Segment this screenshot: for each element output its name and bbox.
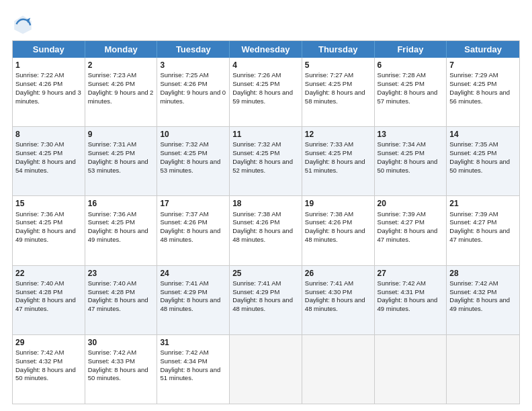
header [12,11,520,35]
day-number: 29 [15,337,82,348]
day-info-line: Daylight: 8 hours and 56 minutes. [449,89,517,106]
day-number: 15 [15,198,82,209]
day-info-line: Sunset: 4:29 PM [232,288,299,297]
day-info-line: Sunset: 4:33 PM [88,357,154,366]
day-number: 2 [88,60,154,71]
day-info-line: Sunset: 4:25 PM [378,80,444,89]
day-info-line: Sunset: 4:26 PM [88,80,154,89]
day-info-line: Sunrise: 7:39 AM [378,210,444,219]
day-number: 30 [88,337,154,348]
day-info-line: Daylight: 9 hours and 0 minutes. [160,89,226,106]
day-number: 27 [378,268,444,279]
svg-marker-0 [14,15,32,34]
day-number: 23 [88,268,154,279]
day-number: 24 [160,268,226,279]
day-info-line: Sunrise: 7:41 AM [305,279,371,288]
calendar-week: 29Sunrise: 7:42 AMSunset: 4:32 PMDayligh… [13,335,519,404]
day-info-line: Sunrise: 7:39 AM [449,210,517,219]
calendar-week: 22Sunrise: 7:40 AMSunset: 4:28 PMDayligh… [13,266,519,335]
calendar: SundayMondayTuesdayWednesdayThursdayFrid… [12,40,520,404]
day-number: 18 [232,198,299,209]
day-number: 10 [160,129,226,140]
day-number: 5 [305,60,371,71]
calendar-cell [375,335,447,404]
day-info-line: Daylight: 8 hours and 47 minutes. [378,227,444,244]
day-info-line: Daylight: 8 hours and 47 minutes. [15,296,82,314]
calendar-cell: 5Sunrise: 7:27 AMSunset: 4:25 PMDaylight… [302,58,375,126]
day-info-line: Sunset: 4:27 PM [449,218,517,227]
calendar-cell: 11Sunrise: 7:32 AMSunset: 4:25 PMDayligh… [230,127,302,195]
day-info-line: Sunrise: 7:27 AM [305,71,371,80]
day-info-line: Sunrise: 7:37 AM [160,210,226,219]
day-info-line: Daylight: 8 hours and 47 minutes. [449,227,517,244]
calendar-cell: 2Sunrise: 7:23 AMSunset: 4:26 PMDaylight… [85,58,158,126]
day-info-line: Sunrise: 7:23 AM [88,71,154,80]
day-info-line: Sunset: 4:25 PM [88,218,154,227]
day-info-line: Sunrise: 7:33 AM [305,140,371,149]
calendar-header-cell: Thursday [302,41,375,58]
calendar-cell: 13Sunrise: 7:34 AMSunset: 4:25 PMDayligh… [375,127,447,195]
day-info-line: Sunset: 4:31 PM [378,288,444,297]
day-info-line: Daylight: 8 hours and 53 minutes. [88,158,154,175]
calendar-cell: 21Sunrise: 7:39 AMSunset: 4:27 PMDayligh… [447,196,519,265]
calendar-cell [447,335,519,404]
day-info-line: Sunrise: 7:32 AM [160,140,226,149]
day-number: 12 [305,129,371,140]
calendar-header-cell: Monday [85,41,158,58]
day-number: 6 [378,60,444,71]
day-number: 31 [160,337,226,348]
calendar-cell: 27Sunrise: 7:42 AMSunset: 4:31 PMDayligh… [375,266,447,334]
day-info-line: Daylight: 8 hours and 51 minutes. [305,158,371,175]
day-info-line: Daylight: 8 hours and 57 minutes. [378,89,444,106]
day-info-line: Sunset: 4:25 PM [378,149,444,158]
calendar-cell: 6Sunrise: 7:28 AMSunset: 4:25 PMDaylight… [375,58,447,126]
day-info-line: Sunset: 4:25 PM [160,149,226,158]
day-info-line: Sunset: 4:29 PM [160,288,226,297]
day-info-line: Sunset: 4:26 PM [160,80,226,89]
calendar-cell: 29Sunrise: 7:42 AMSunset: 4:32 PMDayligh… [13,335,85,404]
calendar-cell: 18Sunrise: 7:38 AMSunset: 4:26 PMDayligh… [230,196,302,265]
day-number: 26 [305,268,371,279]
day-info-line: Sunrise: 7:36 AM [15,210,82,219]
day-info-line: Daylight: 8 hours and 48 minutes. [160,227,226,244]
calendar-cell: 7Sunrise: 7:29 AMSunset: 4:25 PMDaylight… [447,58,519,126]
calendar-cell: 9Sunrise: 7:31 AMSunset: 4:25 PMDaylight… [85,127,158,195]
day-info-line: Daylight: 8 hours and 52 minutes. [232,158,299,175]
calendar-header-cell: Wednesday [230,41,302,58]
day-info-line: Daylight: 8 hours and 51 minutes. [160,366,226,383]
day-info-line: Sunrise: 7:41 AM [232,279,299,288]
day-info-line: Daylight: 8 hours and 53 minutes. [160,158,226,175]
day-info-line: Sunset: 4:26 PM [305,218,371,227]
day-info-line: Daylight: 8 hours and 49 minutes. [15,227,82,244]
day-info-line: Sunrise: 7:29 AM [449,71,517,80]
calendar-cell: 4Sunrise: 7:26 AMSunset: 4:25 PMDaylight… [230,58,302,126]
day-info-line: Sunset: 4:26 PM [232,218,299,227]
calendar-header-cell: Sunday [13,41,85,58]
calendar-cell: 25Sunrise: 7:41 AMSunset: 4:29 PMDayligh… [230,266,302,334]
calendar-cell: 30Sunrise: 7:42 AMSunset: 4:33 PMDayligh… [85,335,158,404]
day-info-line: Daylight: 8 hours and 50 minutes. [378,158,444,175]
day-info-line: Sunset: 4:25 PM [88,149,154,158]
day-number: 16 [88,198,154,209]
day-info-line: Daylight: 9 hours and 2 minutes. [88,89,154,106]
day-info-line: Sunset: 4:25 PM [15,149,82,158]
calendar-cell: 23Sunrise: 7:40 AMSunset: 4:28 PMDayligh… [85,266,158,334]
calendar-cell: 31Sunrise: 7:42 AMSunset: 4:34 PMDayligh… [157,335,230,404]
logo [12,13,36,35]
day-info-line: Sunset: 4:28 PM [15,288,82,297]
day-number: 9 [88,129,154,140]
day-number: 8 [15,129,82,140]
day-info-line: Daylight: 8 hours and 49 minutes. [449,296,517,314]
day-info-line: Sunrise: 7:41 AM [160,279,226,288]
day-number: 4 [232,60,299,71]
day-info-line: Sunrise: 7:22 AM [15,71,82,80]
day-info-line: Sunrise: 7:31 AM [88,140,154,149]
day-number: 25 [232,268,299,279]
day-info-line: Daylight: 8 hours and 58 minutes. [305,89,371,106]
calendar-cell: 16Sunrise: 7:36 AMSunset: 4:25 PMDayligh… [85,196,158,265]
calendar-header-cell: Saturday [447,41,519,58]
day-info-line: Daylight: 8 hours and 49 minutes. [88,227,154,244]
day-info-line: Sunset: 4:25 PM [449,80,517,89]
day-info-line: Sunrise: 7:38 AM [232,210,299,219]
day-info-line: Sunrise: 7:42 AM [449,279,517,288]
